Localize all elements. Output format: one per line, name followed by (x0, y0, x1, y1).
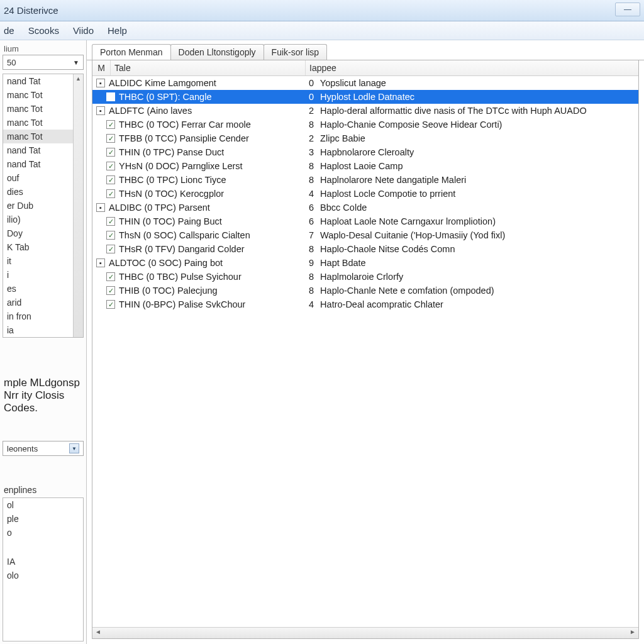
sidebar-list-item[interactable]: er Dub (3, 199, 83, 213)
checkbox-icon[interactable]: ✓ (106, 148, 115, 157)
menu-item[interactable]: de (4, 25, 14, 36)
row-title: THIN (0 TPC) Panse Duct (119, 147, 224, 157)
row-num: 8 (309, 244, 314, 254)
sidebar-list-item[interactable]: manc Tot (3, 88, 83, 102)
checkbox-icon[interactable]: ✓ (106, 175, 115, 184)
sidebar-lower-item[interactable]: ol (3, 498, 83, 512)
tree-row[interactable]: ✓THIN (0 TOC) Paing Buct6 Haploat Laole … (92, 214, 638, 228)
row-desc: Hyplost Lodle Datnatec (318, 92, 414, 102)
tree-row[interactable]: ✓THIN (0 TPC) Panse Duct3 Hapbnolarore C… (92, 145, 638, 159)
sidebar-list-item[interactable]: ilio) (3, 213, 83, 226)
expand-icon[interactable]: ▪ (96, 106, 105, 115)
sidebar-list-item[interactable]: i (3, 268, 83, 282)
row-desc: Yopslicut lanage (318, 78, 386, 88)
sidebar: lium 50 ▼ nand Tatmanc Totmanc Totmanc T… (0, 40, 87, 644)
sidebar-lower-item[interactable]: IA (3, 555, 83, 569)
sidebar-lower-item[interactable]: olo (3, 569, 83, 582)
menu-item[interactable]: Scooks (28, 25, 59, 36)
sidebar-list-item[interactable]: ia (3, 323, 83, 337)
tree-row[interactable]: ✓THBC (0 TPC) Lionc Tiyce8 Haplnolarore … (92, 173, 638, 187)
sidebar-lower-item[interactable]: o (3, 526, 83, 540)
scrollbar[interactable] (73, 74, 83, 337)
checkbox-icon[interactable]: ✓ (106, 134, 115, 143)
tree-row[interactable]: ✓THsN (0 TOC) Kerocgplor4 Haplost Locle … (92, 187, 638, 201)
content-area: Porton MenmanDoden LltonstigoplyFuik-sor… (87, 40, 644, 644)
sidebar-list-item[interactable]: arid (3, 296, 83, 309)
tree-row[interactable]: ✓YHsN (0 DOC) Parnglixe Lerst8 Haplost L… (92, 159, 638, 173)
checkbox-icon[interactable]: ✓ (106, 162, 115, 170)
expand-icon[interactable]: ▪ (96, 203, 105, 212)
menu-item[interactable]: Viido (73, 25, 94, 36)
checkbox-icon[interactable]: ✓ (106, 300, 115, 309)
row-desc: Hatro-Deal acompratic Chlater (318, 299, 443, 309)
sidebar-list-item[interactable]: ouf (3, 171, 83, 185)
checkbox-icon[interactable]: ✓ (106, 92, 115, 101)
checkbox-icon[interactable]: ✓ (106, 231, 115, 240)
sidebar-combo[interactable]: 50 ▼ (3, 55, 84, 70)
sidebar-combo-2[interactable]: leonents ▼ (3, 441, 84, 456)
expand-icon[interactable]: ▪ (96, 79, 105, 87)
row-title: ALDFTC (Aino laves (109, 106, 192, 116)
tree-group-row[interactable]: ▪ALDIDC Kime Lamgoment0 Yopslicut lanage (92, 76, 638, 90)
sidebar-list-item[interactable]: nand Tat (3, 157, 83, 171)
tree-row[interactable]: ✓ThsN (0 SOC) Callsparic Cialten7 Waplo-… (92, 228, 638, 242)
sidebar-list-item[interactable]: in fron (3, 309, 83, 323)
tree-row[interactable]: ✓THIN (0-BPC) Palise SvkChour4 Hatro-Dea… (92, 297, 638, 311)
row-title: THIB (0 TOC) Palecjung (119, 286, 218, 296)
tree-row[interactable]: ✓THIB (0 TOC) Palecjung8 Haplo-Chanle Ne… (92, 284, 638, 297)
tree-group-row[interactable]: ▪ALDTOC (0 SOC) Paing bot9 Hapt Bdate (92, 256, 638, 270)
sidebar-list-item[interactable]: dies (3, 185, 83, 199)
row-title: THBC (0 TBC) Pulse Syichour (119, 272, 242, 282)
checkbox-icon[interactable]: ✓ (106, 120, 115, 129)
sidebar-list-item[interactable]: manc Tot (3, 116, 83, 130)
window-min-button[interactable]: — (615, 3, 640, 16)
tree-group-row[interactable]: ▪ALDIBC (0 TPC) Parsent6 Bbcc Colde (92, 201, 638, 214)
row-desc: Haplnolarore Nete dangatiple Maleri (318, 175, 466, 185)
sidebar-list-item[interactable]: Doy (3, 226, 83, 240)
checkbox-icon[interactable]: ✓ (106, 217, 115, 226)
tree-group-row[interactable]: ▪ALDFTC (Aino laves2 Haplo-deral alforma… (92, 104, 638, 118)
sidebar-list-item[interactable]: nand Tat (3, 74, 83, 88)
tree-row[interactable]: ✓TFBB (0 TCC) Pansiplie Cender2 Zlipc Ba… (92, 131, 638, 145)
sidebar-list[interactable]: nand Tatmanc Totmanc Totmanc Totmanc Tot… (3, 74, 84, 338)
col-desc[interactable]: Iappee (305, 60, 638, 75)
row-desc: Haplmolaroie Crlorfy (318, 272, 403, 282)
tree-row[interactable]: ✓THBC (0 TBC) Pulse Syichour8 Haplmolaro… (92, 270, 638, 284)
checkbox-icon[interactable]: ✓ (106, 272, 115, 281)
sidebar-list-item[interactable]: es (3, 282, 83, 296)
sidebar-list-item[interactable]: manc Tot (3, 102, 83, 116)
checkbox-icon[interactable]: ✓ (106, 245, 115, 253)
col-title[interactable]: Tale (110, 60, 305, 75)
tab[interactable]: Fuik-sor lisp (264, 44, 327, 60)
tab[interactable]: Doden Lltonstigoply (170, 44, 264, 60)
chevron-down-icon: ▼ (69, 443, 79, 453)
tree-row[interactable]: ✓THBC (0 SPT): Cangle0 Hyplost Lodle Dat… (92, 90, 638, 104)
checkbox-icon[interactable]: ✓ (106, 189, 115, 198)
row-num: 9 (309, 258, 314, 268)
sidebar-list-item[interactable]: nand Tat (3, 143, 83, 157)
sidebar-list-item[interactable]: manc Tot (3, 130, 83, 143)
row-num: 3 (309, 147, 314, 157)
row-num: 8 (309, 119, 314, 130)
menu-item[interactable]: Help (108, 25, 127, 36)
row-desc: Zlipc Babie (318, 133, 365, 143)
expand-icon[interactable]: ▪ (96, 258, 105, 267)
checkbox-icon[interactable]: ✓ (106, 286, 115, 295)
row-title: THBC (0 TPC) Lionc Tiyce (119, 175, 226, 185)
col-toggle[interactable]: M (92, 60, 110, 75)
row-num: 8 (309, 272, 314, 282)
status-text: mple MLdgonsp Nrr ity Closis Codes. (4, 377, 82, 414)
sidebar-lower-item[interactable]: ple (3, 512, 83, 526)
row-title: ALDIBC (0 TPC) Parsent (109, 203, 210, 213)
row-num: 7 (309, 230, 314, 240)
sidebar-list-item[interactable]: K Tab (3, 240, 83, 254)
tree-row[interactable]: ✓THsR (0 TFV) Dangarid Colder8 Haplo-Cha… (92, 242, 638, 256)
sidebar-lower-list[interactable]: olpleoIAolo (3, 497, 84, 641)
tab[interactable]: Porton Menman (92, 44, 171, 60)
tree-row[interactable]: ✓THBC (0 TOC) Ferrar Car moole8 Haplo-Ch… (92, 118, 638, 131)
row-title: ThsN (0 SOC) Callsparic Cialten (119, 230, 250, 240)
menubar: de Scooks Viido Help (0, 21, 644, 40)
horizontal-scrollbar[interactable] (92, 627, 638, 638)
sidebar-lower-label: enplines (4, 485, 82, 495)
sidebar-list-item[interactable]: it (3, 254, 83, 268)
